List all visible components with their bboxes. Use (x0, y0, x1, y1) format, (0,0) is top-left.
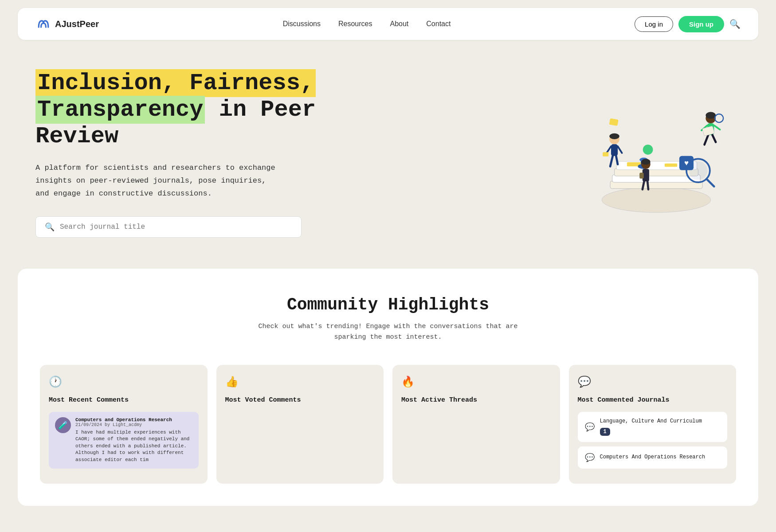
svg-line-29 (714, 125, 720, 129)
clock-icon: 🕐 (49, 376, 199, 388)
svg-rect-34 (639, 173, 643, 179)
svg-rect-22 (603, 152, 608, 156)
journal-item-content-2: Computers And Operations Research (600, 454, 721, 461)
cards-row: 🕐 Most Recent Comments 🧪 Computers and O… (40, 365, 736, 484)
journal-chat-icon-1: 💬 (585, 422, 595, 432)
svg-line-36 (647, 181, 648, 189)
journal-item-content-1: Language, Culture And Curriculum 1 (600, 418, 721, 436)
thumbsup-icon: 👍 (225, 376, 375, 388)
community-subtitle: Check out what's trending! Engage with t… (255, 321, 521, 343)
svg-point-0 (602, 188, 711, 213)
nav-about[interactable]: About (390, 20, 408, 27)
card-active-title: Most Active Threads (401, 396, 551, 404)
journal-item-1[interactable]: 💬 Language, Culture And Curriculum 1 (578, 412, 728, 442)
svg-point-32 (641, 159, 651, 164)
svg-text:♥: ♥ (684, 159, 689, 168)
nav-links: Discussions Resources About Contact (283, 20, 451, 28)
community-section: Community Highlights Check out what's tr… (18, 269, 758, 506)
card-voted-comments: 👍 Most Voted Comments (216, 365, 384, 484)
svg-point-30 (705, 112, 716, 119)
card-recent-title: Most Recent Comments (49, 396, 199, 404)
card-journals-title: Most Commented Journals (578, 396, 728, 404)
hero-title-highlight1: Inclusion, Fairness, (35, 69, 316, 97)
search-bar[interactable]: 🔍 (35, 216, 302, 238)
hero-content: Inclusion, Fairness, Transparency in Pee… (35, 70, 337, 238)
search-bar-icon: 🔍 (45, 222, 55, 232)
svg-line-27 (713, 135, 716, 142)
svg-point-15 (643, 145, 653, 155)
hero-title: Inclusion, Fairness, Transparency in Pee… (35, 70, 337, 149)
nav-resources[interactable]: Resources (338, 20, 372, 27)
journal-badge-1: 1 (600, 428, 610, 436)
signup-button[interactable]: Sign up (678, 16, 724, 32)
comment-meta: 21/09/2024 by Light_acdmy (75, 422, 192, 427)
journal-chat-icon-2: 💬 (585, 453, 595, 462)
hero-illustration: ♥ (572, 78, 741, 229)
logo-text: AJustPeer (55, 19, 99, 29)
comment-body: Computers and Operations Research 21/09/… (75, 417, 192, 463)
hero-title-highlight2: Transparency (35, 96, 205, 124)
login-button[interactable]: Log in (635, 16, 673, 32)
svg-point-39 (715, 114, 723, 122)
comment-avatar: 🧪 (55, 417, 71, 433)
chat-icon: 💬 (578, 376, 728, 388)
card-recent-comments: 🕐 Most Recent Comments 🧪 Computers and O… (40, 365, 208, 484)
comment-text: I have had multiple experiences with CAO… (75, 429, 192, 463)
svg-line-21 (618, 146, 622, 153)
navbar: AJustPeer Discussions Resources About Co… (18, 8, 758, 40)
community-title: Community Highlights (40, 295, 736, 314)
svg-line-9 (706, 179, 714, 187)
illustration-svg: ♥ (572, 78, 741, 229)
hero-section: Inclusion, Fairness, Transparency in Pee… (0, 48, 776, 264)
svg-rect-17 (611, 144, 618, 156)
svg-rect-6 (665, 164, 677, 167)
journal-item-2[interactable]: 💬 Computers And Operations Research (578, 446, 728, 469)
svg-point-23 (609, 133, 619, 139)
nav-actions: Log in Sign up 🔍 (635, 16, 741, 32)
journal-name-2: Computers And Operations Research (600, 454, 721, 461)
card-active-threads: 🔥 Most Active Threads (392, 365, 560, 484)
logo[interactable]: AJustPeer (35, 16, 99, 32)
journal-name-1: Language, Culture And Curriculum (600, 418, 721, 425)
comment-journal: Computers and Operations Research (75, 417, 192, 422)
card-commented-journals: 💬 Most Commented Journals 💬 Language, Cu… (569, 365, 737, 484)
card-voted-title: Most Voted Comments (225, 396, 375, 404)
hero-description: A platform for scientists and researcher… (35, 162, 284, 200)
nav-contact[interactable]: Contact (426, 20, 451, 27)
search-icon[interactable]: 🔍 (729, 19, 741, 30)
comment-item[interactable]: 🧪 Computers and Operations Research 21/0… (49, 412, 199, 469)
search-input[interactable] (60, 223, 292, 231)
svg-line-26 (705, 135, 709, 145)
logo-icon (35, 16, 51, 32)
svg-rect-38 (609, 118, 619, 126)
fire-icon: 🔥 (401, 376, 551, 388)
nav-discussions[interactable]: Discussions (283, 20, 321, 27)
svg-line-18 (610, 156, 613, 167)
